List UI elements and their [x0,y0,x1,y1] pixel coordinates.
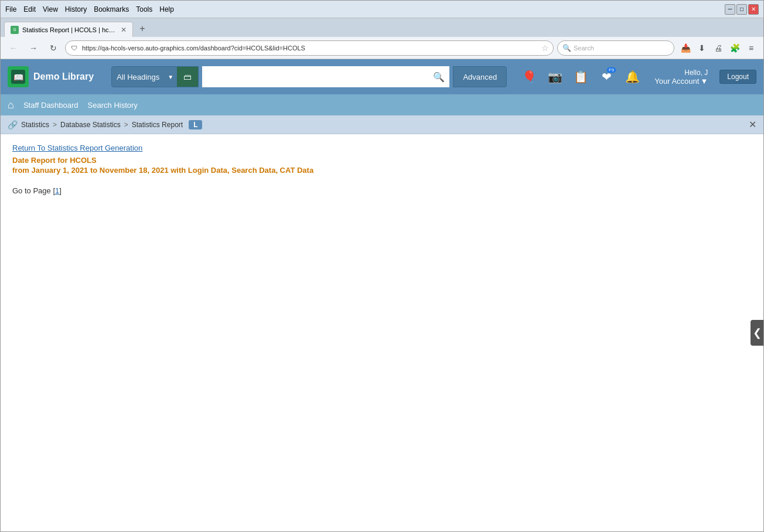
address-bar: ← → ↻ 🛡 https://qa-hcols-verso.auto-grap… [1,37,763,59]
title-bar: File Edit View History Bookmarks Tools H… [1,1,763,18]
search-input-area: 🔍 [202,66,449,87]
menu-edit[interactable]: Edit [23,5,36,13]
breadcrumb-close-button[interactable]: ✕ [749,119,756,130]
nav-bar: ⌂ Staff Dashboard Search History [1,94,763,115]
menu-file[interactable]: File [5,5,16,13]
search-history-link[interactable]: Search History [88,101,138,110]
extension-icon-button[interactable]: 🧩 [727,40,742,56]
menu-bookmarks[interactable]: Bookmarks [94,5,129,13]
breadcrumb-bar: 🔗 Statistics > Database Statistics > Sta… [1,115,763,134]
maximize-button[interactable]: □ [736,4,747,15]
breadcrumb-chain-icon: 🔗 [8,120,18,129]
chevron-down-icon: ▼ [164,74,177,80]
report-title: Date Report for HCOLS [12,156,752,165]
tab-title: Statistics Report | HCOLS | hcol… [22,26,117,33]
heading-dropdown[interactable]: All Headings ▼ 🗃 [111,66,199,87]
svg-text:📖: 📖 [13,73,24,83]
print-icon-button[interactable]: 🖨 [711,40,726,56]
forward-button[interactable]: → [25,40,42,56]
list-icon[interactable]: 📋 [570,66,591,87]
breadcrumb-l-badge: L [189,120,202,129]
balloon-icon[interactable]: 🎈 [519,66,540,87]
advanced-button[interactable]: Advanced [453,66,507,87]
toolbar-icons: 📥 ⬇ 🖨 🧩 ≡ [678,40,759,56]
tab-favicon-icon: S [11,26,19,34]
menu-bar: File Edit View History Bookmarks Tools H… [5,5,174,13]
camera-icon[interactable]: 📷 [544,66,565,87]
account-section: Hello, J Your Account ▼ [654,69,708,86]
staff-dashboard-link[interactable]: Staff Dashboard [23,101,79,110]
minimize-button[interactable]: ─ [725,4,735,15]
heart-icon[interactable]: ❤ F9 [596,66,617,87]
search-bar-icon: 🔍 [562,44,571,52]
account-label: Your Account [654,77,699,86]
content-area: Return To Statistics Report Generation D… [1,134,763,531]
app-header: 📖 Demo Library All Headings ▼ 🗃 🔍 Advanc… [1,59,763,94]
pocket-icon-button[interactable]: 📥 [678,40,693,56]
download-icon-button[interactable]: ⬇ [694,40,710,56]
account-chevron-icon: ▼ [700,77,708,86]
tab-close-icon[interactable]: ✕ [121,26,127,34]
search-bar-placeholder: Search [574,45,594,52]
search-input[interactable] [202,66,428,87]
hello-text: Hello, J [684,69,708,77]
new-tab-button[interactable]: + [135,22,149,36]
menu-tools[interactable]: Tools [136,5,152,13]
browser-menu-button[interactable]: ≡ [743,40,759,56]
return-link[interactable]: Return To Statistics Report Generation [12,144,142,152]
goto-page-section: Go to Page [1] [12,186,752,195]
app-title: Demo Library [33,71,94,82]
bookmark-star-icon[interactable]: ☆ [541,43,549,53]
goto-close-bracket: ] [59,186,62,195]
window-controls: ─ □ ✕ [725,4,759,15]
reload-button[interactable]: ↻ [45,40,62,56]
heading-database-icon[interactable]: 🗃 [177,66,198,87]
report-range: from January 1, 2021 to November 18, 202… [12,166,752,175]
close-button[interactable]: ✕ [748,4,759,15]
search-button[interactable]: 🔍 [428,66,449,87]
app-logo-icon: 📖 [8,66,29,87]
menu-help[interactable]: Help [159,5,174,13]
goto-page-label: Go to Page [12,186,51,195]
browser-search-bar[interactable]: 🔍 Search [557,40,674,56]
active-tab[interactable]: S Statistics Report | HCOLS | hcol… ✕ [4,22,133,37]
app-logo-area: 📖 Demo Library [8,66,94,87]
tab-bar: S Statistics Report | HCOLS | hcol… ✕ + [1,18,763,37]
search-section: All Headings ▼ 🗃 🔍 Advanced [111,66,507,87]
logout-button[interactable]: Logout [719,70,756,84]
side-collapse-button[interactable]: ❮ [751,320,763,346]
address-wrapper: 🛡 https://qa-hcols-verso.auto-graphics.c… [65,40,554,56]
address-input[interactable]: https://qa-hcols-verso.auto-graphics.com… [65,40,554,56]
menu-view[interactable]: View [43,5,58,13]
breadcrumb-statistics[interactable]: Statistics [21,121,49,129]
breadcrumb-database-statistics[interactable]: Database Statistics [60,121,121,129]
account-link[interactable]: Your Account ▼ [654,77,708,86]
breadcrumb-sep-1: > [53,121,57,129]
breadcrumb-sep-2: > [124,121,128,129]
breadcrumb-statistics-report[interactable]: Statistics Report [132,121,183,129]
f9-badge: F9 [607,67,616,73]
back-button[interactable]: ← [5,40,22,56]
bell-icon[interactable]: 🔔 [622,66,643,87]
heading-select[interactable]: All Headings [112,66,164,87]
header-right-icons: 🎈 📷 📋 ❤ F9 🔔 [519,66,643,87]
home-icon[interactable]: ⌂ [8,99,14,111]
shield-icon: 🛡 [71,45,77,52]
menu-history[interactable]: History [65,5,87,13]
